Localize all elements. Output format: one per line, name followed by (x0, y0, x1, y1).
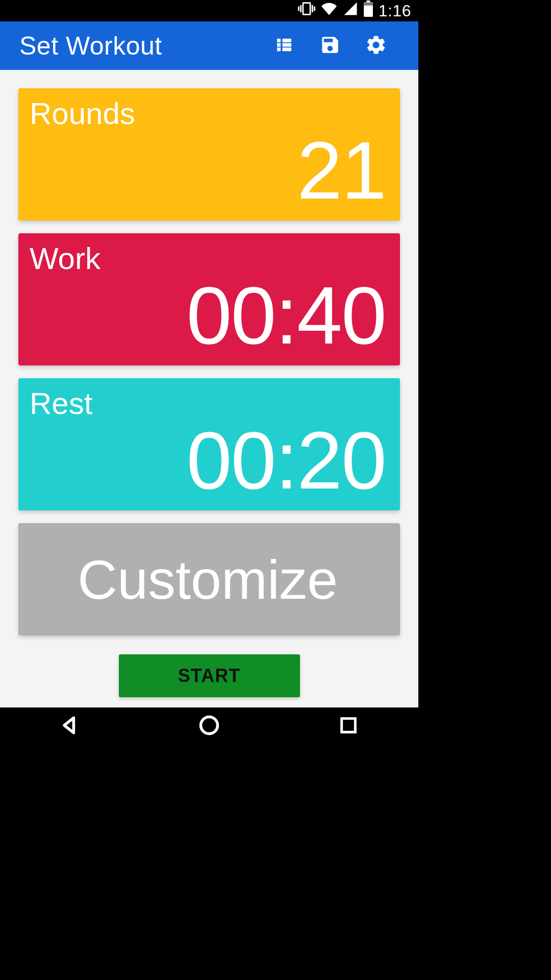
start-wrap: START (18, 648, 400, 697)
back-icon (59, 714, 81, 739)
back-button[interactable] (0, 707, 139, 745)
recent-icon (338, 715, 359, 738)
status-bar: 1:16 (0, 0, 418, 21)
customize-card[interactable]: Customize (18, 523, 400, 635)
rest-card[interactable]: Rest 00:20 (18, 378, 400, 510)
content-area: Rounds 21 Work 00:40 Rest 00:20 Customiz… (0, 70, 418, 707)
work-value: 00:40 (30, 275, 386, 356)
wifi-icon (320, 1, 338, 20)
rounds-value: 21 (30, 130, 386, 211)
home-button[interactable] (139, 707, 279, 745)
home-icon (198, 714, 220, 739)
rounds-card[interactable]: Rounds 21 (18, 88, 400, 220)
page-title: Set Workout (19, 31, 261, 61)
svg-rect-2 (342, 718, 356, 732)
save-icon (319, 34, 341, 58)
app-bar: Set Workout (0, 21, 418, 70)
rest-value: 00:20 (30, 420, 386, 501)
work-card[interactable]: Work 00:40 (18, 233, 400, 365)
start-button[interactable]: START (119, 654, 300, 697)
svg-rect-0 (364, 3, 373, 6)
start-label: START (178, 665, 240, 687)
list-icon (273, 34, 295, 58)
status-clock: 1:16 (379, 2, 411, 20)
signal-icon (343, 1, 358, 20)
svg-point-1 (201, 717, 217, 733)
gear-icon (365, 34, 387, 58)
settings-button[interactable] (353, 21, 399, 70)
recent-button[interactable] (279, 707, 418, 745)
list-button[interactable] (261, 21, 307, 70)
customize-label: Customize (78, 548, 338, 611)
save-button[interactable] (307, 21, 353, 70)
navigation-bar (0, 707, 418, 745)
battery-icon (363, 1, 373, 21)
vibrate-icon (298, 0, 315, 21)
